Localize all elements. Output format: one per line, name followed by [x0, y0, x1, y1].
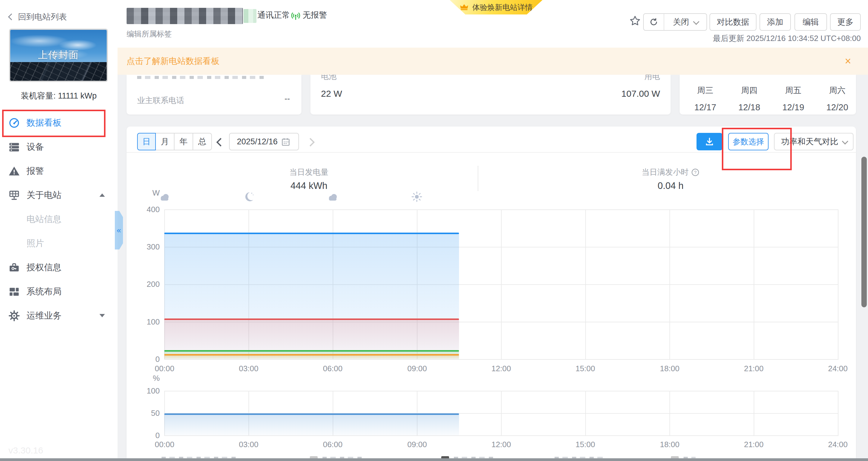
more-button[interactable]: 更多	[830, 13, 861, 31]
sidebar-item-label: 系统布局	[27, 286, 61, 298]
chart-mode-select[interactable]: 功率和天气对比	[774, 133, 854, 150]
sidebar-item-photos[interactable]: 照片	[0, 232, 118, 255]
sidebar-item-alarms[interactable]: 报警	[0, 159, 118, 183]
clipped-text-fragment	[137, 76, 267, 79]
alarm-warning-icon	[8, 165, 20, 177]
edit-button[interactable]: 编辑	[795, 13, 827, 31]
refresh-close-button-group: 关闭	[643, 13, 707, 31]
sidebar-item-ops-business[interactable]: 运维业务	[0, 304, 118, 328]
notice-banner: 点击了解新电站数据看板 ×	[118, 48, 868, 75]
date-label: 12/17	[683, 102, 727, 113]
date-label: 12/20	[815, 102, 856, 113]
upload-cover-label: 上传封面	[10, 49, 107, 62]
x-tick: 00:00	[150, 440, 180, 449]
scrollbar-thumb[interactable]	[861, 157, 867, 307]
area-fill-blue	[164, 415, 459, 435]
plant-name-redacted	[127, 8, 243, 24]
divider	[127, 152, 856, 153]
sidebar-item-label: 授权信息	[27, 262, 61, 274]
y-axis-unit-label: %	[135, 374, 160, 383]
add-button[interactable]: 添加	[760, 13, 791, 31]
solar-plant-icon	[8, 189, 20, 201]
favorite-star-icon[interactable]	[629, 15, 641, 27]
full-power-hours-stat: 当日满发小时 ? 0.04 h	[610, 167, 731, 191]
sidebar-item-devices[interactable]: 设备	[0, 135, 118, 159]
sidebar-item-label: 照片	[27, 238, 44, 249]
x-tick: 15:00	[570, 364, 600, 373]
sidebar-item-label: 关于电站	[27, 189, 61, 201]
parameter-select-button[interactable]: 参数选择	[728, 133, 769, 150]
x-tick: 15:00	[570, 440, 600, 449]
sidebar-item-about-plant[interactable]: 关于电站	[0, 183, 118, 207]
week-column: 周五 12/19	[771, 75, 815, 113]
sidebar-item-plant-info[interactable]: 电站信息	[0, 207, 118, 232]
full-power-hours-label: 当日满发小时	[642, 167, 689, 178]
promo-ribbon-label: 体验焕新电站详情	[472, 2, 532, 12]
x-tick: 24:00	[823, 440, 853, 449]
close-plant-button[interactable]: 关闭	[664, 17, 707, 27]
full-power-hours-value: 0.04 h	[610, 181, 731, 191]
next-date-arrow[interactable]	[306, 138, 315, 147]
x-tick: 03:00	[234, 440, 264, 449]
period-tabs: 日 月 年 总	[137, 133, 213, 150]
download-icon	[704, 136, 715, 147]
tab-month[interactable]: 月	[156, 133, 175, 150]
page-header: 通讯正常 无报警 编辑所属标签 体验焕新电站详情	[118, 0, 868, 48]
comm-status: 通讯正常	[257, 10, 290, 21]
promo-ribbon[interactable]: 体验焕新电站详情	[450, 0, 542, 14]
crown-icon	[460, 3, 469, 12]
gear-icon	[8, 310, 20, 321]
window-bottom-edge	[0, 458, 868, 461]
chevron-up-icon	[99, 193, 105, 197]
weather-cloudy-icon	[327, 192, 339, 203]
tab-day[interactable]: 日	[137, 133, 156, 150]
installed-capacity: 装机容量: 11111 kWp	[0, 90, 118, 101]
sidebar-item-dashboard[interactable]: 数据看板	[0, 111, 118, 135]
chevron-left-icon	[8, 13, 15, 21]
x-tick: 06:00	[318, 364, 348, 373]
close-button-label: 关闭	[673, 17, 689, 27]
plant-cover-upload[interactable]: 上传封面	[9, 29, 108, 82]
notice-link[interactable]: 点击了解新电站数据看板	[127, 48, 219, 75]
y-tick: 400	[135, 205, 160, 214]
x-tick: 06:00	[318, 440, 348, 449]
prev-date-arrow[interactable]	[216, 138, 225, 147]
sidebar-item-label: 数据看板	[27, 117, 61, 129]
x-tick: 24:00	[823, 364, 853, 373]
sidebar-item-label: 运维业务	[27, 310, 61, 322]
collapse-arrow-icon: «	[117, 226, 121, 235]
alarm-status: 无报警	[303, 10, 327, 21]
layout-icon	[8, 286, 20, 297]
chevron-down-icon	[693, 19, 699, 25]
sidebar: 回到电站列表 上传封面 装机容量: 11111 kWp 数据看板 设备	[0, 0, 118, 461]
compare-button-label: 对比数据	[717, 17, 749, 27]
sidebar-collapse-handle[interactable]: «	[115, 211, 123, 249]
daily-generation-label: 当日发电量	[249, 167, 369, 178]
edit-tags-link[interactable]: 编辑所属标签	[127, 29, 172, 39]
svg-text:?: ?	[694, 170, 696, 175]
tab-total[interactable]: 总	[193, 133, 212, 150]
download-button[interactable]	[696, 133, 722, 150]
owner-info-card: 业主联系电话 --	[127, 75, 301, 115]
help-icon[interactable]: ?	[691, 168, 700, 177]
y-tick: 100	[135, 386, 160, 396]
tab-year[interactable]: 年	[175, 133, 193, 150]
x-tick: 03:00	[234, 364, 264, 373]
chevron-down-icon	[842, 138, 848, 144]
owner-phone-value: --	[284, 94, 290, 103]
refresh-button[interactable]	[644, 14, 664, 30]
license-key-icon	[8, 262, 20, 273]
sidebar-item-label: 电站信息	[27, 213, 61, 225]
back-to-plant-list[interactable]: 回到电站列表	[9, 11, 67, 23]
notice-close-icon[interactable]: ×	[845, 48, 851, 75]
edit-button-label: 编辑	[803, 17, 819, 27]
compare-data-button[interactable]: 对比数据	[710, 13, 756, 31]
calendar-icon[interactable]	[281, 137, 290, 147]
weekday-label: 周三	[683, 85, 727, 96]
sidebar-item-license-info[interactable]: 授权信息	[0, 255, 118, 280]
solar-panels-image	[9, 62, 108, 81]
sidebar-item-system-layout[interactable]: 系统布局	[0, 280, 118, 304]
app-version: v3.30.16	[8, 445, 43, 456]
series-line-green	[164, 350, 459, 351]
y-axis-unit-label: W	[135, 188, 160, 198]
